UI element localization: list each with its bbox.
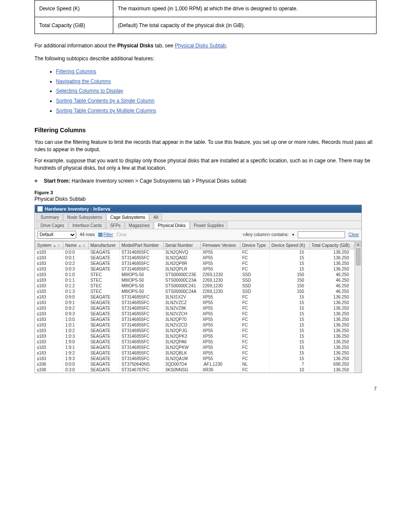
column-header[interactable]: Manufacturer xyxy=(88,241,119,249)
toc-item: Navigating the Columns xyxy=(56,77,377,87)
scroll-up-icon[interactable]: ▴ xyxy=(355,241,361,247)
cell: SEAGATE xyxy=(88,356,119,361)
sub-tab[interactable]: Magazines xyxy=(125,222,153,229)
scroll-thumb[interactable] xyxy=(356,248,361,265)
clear-link[interactable]: Clear xyxy=(349,232,359,237)
column-header[interactable]: Device Type xyxy=(240,241,270,249)
cell: 0:3:0 xyxy=(63,367,88,373)
table-row[interactable]: s1830:1:3STECM8IOPS-50STS00000C24A2269,1… xyxy=(35,289,361,294)
toc-link[interactable]: Selecting Columns to Display xyxy=(56,88,123,94)
cell: FC xyxy=(240,249,270,255)
cell: s183 xyxy=(35,317,63,322)
cell: SEAGATE xyxy=(88,266,119,272)
cell: 3LN2QA0D xyxy=(163,255,200,261)
cell: 46.250 xyxy=(309,283,354,289)
column-header[interactable]: System ▲ 1 xyxy=(35,241,63,249)
column-header[interactable]: Firmware Version xyxy=(200,241,240,249)
sub-tab[interactable]: Drive Cages xyxy=(37,222,68,229)
cell: 46.250 xyxy=(309,289,354,294)
cell: ST3146855FC xyxy=(119,255,163,261)
cell: SEAGATE xyxy=(88,255,119,261)
table-row[interactable]: s1831:9:1SEAGATEST3146855FC3LN2QPKWXP55F… xyxy=(35,345,361,350)
column-header[interactable]: Model/Part Number xyxy=(119,241,163,249)
sub-tab[interactable]: Power Supplies xyxy=(190,222,227,229)
cell: SEAGATE xyxy=(88,367,119,373)
cell: 136.250 xyxy=(309,322,354,328)
table-row[interactable]: s1831:0:3SEAGATEST3146855FC3LN2QPK3XP55F… xyxy=(35,333,361,339)
table-row[interactable]: s1831:0:0SEAGATEST3146855FC3LN2QP70XP55F… xyxy=(35,317,361,322)
cell: 0:9:3 xyxy=(63,311,88,317)
cell: SSD xyxy=(240,277,270,283)
cell: SSD xyxy=(240,289,270,294)
table-row[interactable]: s1830:9:3SEAGATEST3146855FC3LN2VZCHXP55F… xyxy=(35,311,361,317)
cell: XP55 xyxy=(200,261,240,266)
table-row[interactable]: s1830:0:3SEAGATEST3146855FC3LN2QPLRXP55F… xyxy=(35,266,361,272)
top-tab[interactable]: Summary xyxy=(37,214,63,221)
table-row[interactable]: s1830:9:0SEAGATEST3146855FC3LN31X2VXP55F… xyxy=(35,294,361,300)
scrollbar[interactable]: ▴ xyxy=(355,241,361,373)
cell: 3LN2QPK3 xyxy=(163,333,200,339)
table-row[interactable]: s1831:0:1SEAGATEST3146855FC3LN2VZCDXP55F… xyxy=(35,322,361,328)
cell: FC xyxy=(240,356,270,361)
page-number: 7 xyxy=(34,386,377,391)
toc-link[interactable]: Navigating the Columns xyxy=(56,78,111,84)
table-row[interactable]: s1830:0:0SEAGATEST3146855FC3LN2QNVQXP55F… xyxy=(35,249,361,255)
toc-item: Sorting Table Contents by Multiple Colum… xyxy=(56,106,377,116)
toc-link[interactable]: Sorting Table Contents by a Single Colum… xyxy=(56,98,155,104)
cell: 15 xyxy=(270,317,310,322)
column-header[interactable]: Serial Number xyxy=(163,241,200,249)
table-row[interactable]: s1830:9:1SEAGATEST3146855FC3LN2VZCZXP55F… xyxy=(35,300,361,305)
column-header[interactable]: Name ▲ 2 xyxy=(63,241,88,249)
column-header[interactable]: Total Capacity (GiB) xyxy=(309,241,354,249)
cell: SEAGATE xyxy=(88,294,119,300)
table-row[interactable]: s3380:0:0SEAGATEST3750640NS3QD007D4.AF1,… xyxy=(35,361,361,367)
table-row[interactable]: s1830:1:2STECM8IOPS-50STS00000C2412269,1… xyxy=(35,283,361,289)
cell: SEAGATE xyxy=(88,311,119,317)
cell: FC xyxy=(240,339,270,345)
cell: 15 xyxy=(270,305,310,311)
top-tab[interactable]: Node Subsystems xyxy=(63,214,106,221)
column-header[interactable]: Device Speed (K) xyxy=(270,241,310,249)
intro-link[interactable]: Physical Disks Subtab xyxy=(175,43,226,49)
filter-link[interactable]: Filter xyxy=(98,232,113,237)
cell: 0:9:1 xyxy=(63,300,88,305)
cell: 15 xyxy=(270,311,310,317)
cell: STEC xyxy=(88,289,119,294)
cell: XP55 xyxy=(200,350,240,356)
cell: ST3146855FC xyxy=(119,261,163,266)
cell: 0:9:0 xyxy=(63,294,88,300)
filter-icon xyxy=(98,233,103,237)
cell: 15 xyxy=(270,261,310,266)
cell: 136.250 xyxy=(309,255,354,261)
toc-link[interactable]: Sorting Table Contents by Multiple Colum… xyxy=(56,108,156,114)
table-row[interactable]: s1830:1:1STECM8IOPS-50STS00000C23A2269,1… xyxy=(35,277,361,283)
table-row[interactable]: s1831:9:2SEAGATEST3146855FC3LN2QBLKXP55F… xyxy=(35,350,361,356)
top-tab[interactable]: All xyxy=(149,214,162,221)
table-row[interactable]: s1830:1:0STECM8IOPS-50STS00000C23E2269,1… xyxy=(35,272,361,277)
preset-select[interactable]: Default xyxy=(37,231,76,239)
table-row[interactable]: s1830:9:2SEAGATEST3146855FC3LN2VZ9KXP55F… xyxy=(35,305,361,311)
table-row[interactable]: s1830:0:1SEAGATEST3146855FC3LN2QA0DXP55F… xyxy=(35,255,361,261)
sub-tab[interactable]: Interface Cards xyxy=(68,222,106,229)
search-input[interactable] xyxy=(298,231,345,238)
table-row[interactable]: s1830:0:2SEAGATEST3146855FC3LN2QP8RXP55F… xyxy=(35,261,361,266)
cell: XP55 xyxy=(200,305,240,311)
table-row[interactable]: s1831:9:0SEAGATEST3146855FC3LN2QPA6XP55F… xyxy=(35,339,361,345)
contains-dropdown-icon[interactable]: ▾ xyxy=(292,232,294,237)
top-tab[interactable]: Cage Subsystems xyxy=(106,214,149,221)
cell: 46.250 xyxy=(309,272,354,277)
cell: XP55 xyxy=(200,333,240,339)
cell: STS00000C23E xyxy=(163,272,200,277)
table-row[interactable]: s3380:3:0SEAGATEST3146707FC3KS0NNSGXR36F… xyxy=(35,367,361,373)
cell: 15 xyxy=(270,266,310,272)
cell: M8IOPS-50 xyxy=(119,272,163,277)
sub-tab[interactable]: Physical Disks xyxy=(154,222,189,229)
sub-tab[interactable]: SFPs xyxy=(106,222,124,229)
cell: XP55 xyxy=(200,255,240,261)
table-row[interactable]: s1831:9:3SEAGATEST3146855FC3LN2QA1MXP55F… xyxy=(35,356,361,361)
toc-link[interactable]: Filtering Columns xyxy=(56,68,96,75)
cell: 0:0:1 xyxy=(63,255,88,261)
cell: XP55 xyxy=(200,300,240,305)
table-row[interactable]: s1831:0:2SEAGATEST3146855FC3LN2QPJGXP55F… xyxy=(35,328,361,333)
cell: 2269,1230 xyxy=(200,289,240,294)
